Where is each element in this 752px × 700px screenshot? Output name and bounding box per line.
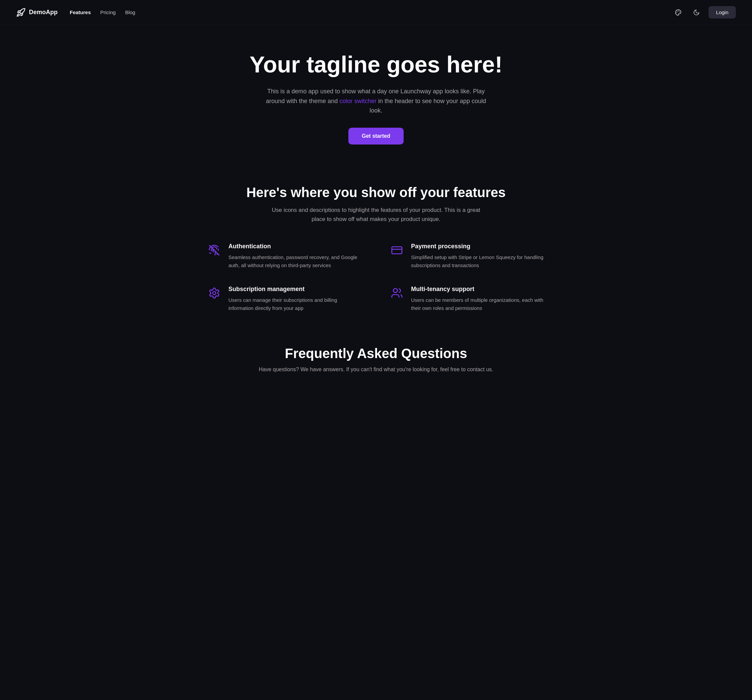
svg-rect-4 [392, 247, 402, 254]
feature-subscription-title: Subscription management [228, 286, 362, 293]
fingerprint-icon [207, 243, 222, 258]
navbar: DemoApp Features Pricing Blog [0, 0, 752, 25]
feature-multitenancy-text: Multi-tenancy support Users can be membe… [411, 286, 545, 312]
features-grid: Authentication Seamless authentication, … [207, 243, 545, 312]
features-header: Here's where you show off your features … [207, 185, 545, 224]
nav-item-features[interactable]: Features [70, 9, 91, 16]
gear-icon [207, 286, 222, 301]
feature-payment-title: Payment processing [411, 243, 545, 250]
nav-links: Features Pricing Blog [70, 9, 135, 16]
login-button[interactable]: Login [708, 6, 736, 19]
moon-icon [693, 9, 700, 16]
logo[interactable]: DemoApp [16, 8, 57, 17]
feature-payment-text: Payment processing Simplified setup with… [411, 243, 545, 270]
get-started-button[interactable]: Get started [348, 128, 404, 144]
faq-heading: Frequently Asked Questions [241, 346, 511, 361]
hero-heading: Your tagline goes here! [241, 52, 511, 77]
feature-payment: Payment processing Simplified setup with… [390, 243, 545, 270]
feature-multitenancy: Multi-tenancy support Users can be membe… [390, 286, 545, 312]
palette-icon [675, 9, 682, 16]
feature-subscription-text: Subscription management Users can manage… [228, 286, 362, 312]
feature-authentication-text: Authentication Seamless authentication, … [228, 243, 362, 270]
rocket-icon [16, 8, 26, 17]
feature-authentication-desc: Seamless authentication, password recove… [228, 253, 362, 270]
feature-payment-desc: Simplified setup with Stripe or Lemon Sq… [411, 253, 545, 270]
feature-subscription: Subscription management Users can manage… [207, 286, 362, 312]
features-subheading: Use icons and descriptions to highlight … [272, 205, 480, 224]
nav-right: Login [672, 6, 736, 19]
feature-authentication-title: Authentication [228, 243, 362, 250]
hero-section: Your tagline goes here! This is a demo a… [224, 25, 528, 165]
color-switcher-link[interactable]: color switcher [339, 98, 376, 104]
palette-button[interactable] [672, 6, 684, 19]
users-icon [390, 286, 404, 301]
logo-text: DemoApp [29, 9, 57, 16]
svg-point-6 [213, 292, 216, 295]
features-heading: Here's where you show off your features [207, 185, 545, 200]
svg-point-3 [676, 12, 677, 13]
feature-authentication: Authentication Seamless authentication, … [207, 243, 362, 270]
nav-item-pricing[interactable]: Pricing [100, 9, 116, 16]
hero-description: This is a demo app used to show what a d… [261, 87, 491, 116]
faq-section: Frequently Asked Questions Have question… [224, 326, 528, 386]
feature-multitenancy-desc: Users can be members of multiple organiz… [411, 296, 545, 312]
moon-button[interactable] [690, 6, 702, 19]
feature-subscription-desc: Users can manage their subscriptions and… [228, 296, 362, 312]
faq-subheading: Have questions? We have answers. If you … [241, 366, 511, 373]
features-section: Here's where you show off your features … [191, 165, 561, 325]
credit-card-icon [390, 243, 404, 258]
nav-item-blog[interactable]: Blog [125, 9, 135, 16]
svg-point-7 [393, 288, 398, 292]
nav-left: DemoApp Features Pricing Blog [16, 8, 135, 17]
feature-multitenancy-title: Multi-tenancy support [411, 286, 545, 293]
